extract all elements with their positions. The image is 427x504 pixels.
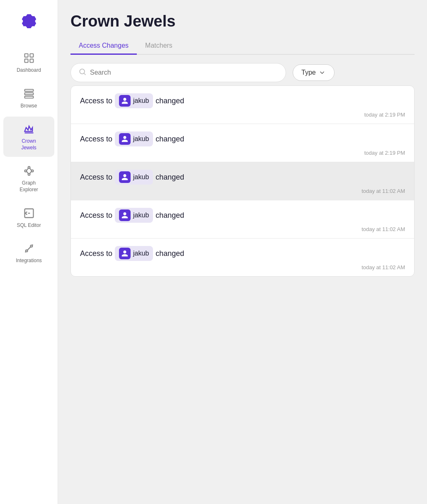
sidebar-item-crown-jewels[interactable]: Crown Jewels: [3, 117, 54, 157]
sidebar-item-integrations[interactable]: Integrations: [3, 236, 54, 270]
main-content: Crown Jewels Access Changes Matchers Typ…: [58, 0, 427, 504]
svg-point-8: [24, 170, 27, 172]
svg-point-23: [80, 69, 85, 74]
user-chip: jakub: [115, 208, 153, 223]
user-icon: [119, 133, 131, 145]
row-time: today at 11:02 AM: [80, 264, 405, 270]
search-input[interactable]: [90, 69, 278, 76]
tab-access-changes[interactable]: Access Changes: [70, 38, 137, 55]
user-icon: [119, 248, 131, 259]
row-time: today at 11:02 AM: [80, 188, 405, 194]
svg-rect-5: [24, 93, 33, 95]
sidebar-item-label: Dashboard: [17, 67, 41, 74]
integrations-icon: [22, 242, 36, 255]
row-suffix: changed: [155, 249, 184, 258]
search-filter-row: Type: [70, 63, 415, 82]
tabs: Access Changes Matchers: [70, 38, 415, 55]
row-content: Access to jakub changed: [80, 170, 405, 185]
svg-point-11: [28, 173, 30, 175]
sidebar-item-label: Integrations: [16, 258, 42, 264]
row-suffix: changed: [155, 97, 184, 105]
svg-line-20: [27, 247, 30, 250]
browse-icon: [22, 87, 36, 100]
row-prefix: Access to: [80, 249, 112, 258]
sidebar-item-label: SQL Editor: [17, 222, 41, 229]
row-time: today at 2:19 PM: [80, 150, 405, 156]
svg-rect-4: [24, 89, 33, 91]
svg-rect-1: [30, 54, 33, 57]
table-row[interactable]: Access to jakub changed today at 2:19 PM: [71, 86, 414, 124]
sidebar-item-label: Browse: [20, 103, 37, 110]
sidebar-item-sql-editor[interactable]: SQL Editor: [3, 201, 54, 235]
row-content: Access to jakub changed: [80, 131, 405, 146]
user-icon: [119, 209, 131, 221]
user-name: jakub: [133, 135, 149, 143]
table-row[interactable]: Access to jakub changed today at 2:19 PM: [71, 124, 414, 162]
user-name: jakub: [133, 173, 149, 181]
row-time: today at 2:19 PM: [80, 112, 405, 118]
row-content: Access to jakub changed: [80, 93, 405, 108]
svg-line-21: [25, 251, 26, 252]
graph-icon: [22, 164, 36, 178]
row-suffix: changed: [155, 135, 184, 144]
row-content: Access to jakub changed: [80, 246, 405, 261]
sidebar: Dashboard Browse Crown Jewels: [0, 0, 58, 504]
crown-icon: [22, 122, 36, 136]
gear-icon[interactable]: [16, 8, 42, 37]
user-chip: jakub: [115, 246, 153, 261]
user-chip: jakub: [115, 131, 153, 146]
svg-rect-0: [24, 54, 28, 57]
svg-line-12: [27, 169, 28, 171]
type-dropdown[interactable]: Type: [293, 64, 335, 81]
row-time: today at 11:02 AM: [80, 226, 405, 232]
sidebar-item-graph-explorer[interactable]: Graph Explorer: [3, 158, 54, 199]
table-row[interactable]: Access to jakub changed today at 11:02 A…: [71, 200, 414, 239]
access-rows-container: Access to jakub changed today at 2:19 PM…: [70, 85, 415, 277]
svg-point-10: [31, 170, 33, 172]
user-name: jakub: [133, 212, 149, 219]
sidebar-item-label: Graph Explorer: [19, 180, 38, 193]
svg-line-14: [30, 172, 32, 174]
page-title: Crown Jewels: [70, 12, 415, 30]
svg-line-24: [84, 73, 86, 75]
user-name: jakub: [133, 97, 149, 105]
row-prefix: Access to: [80, 173, 112, 182]
svg-point-9: [28, 167, 30, 169]
row-prefix: Access to: [80, 135, 112, 144]
row-prefix: Access to: [80, 97, 112, 105]
svg-line-22: [32, 245, 33, 246]
dashboard-icon: [22, 51, 36, 65]
sidebar-item-label: Crown Jewels: [21, 138, 36, 151]
tab-matchers[interactable]: Matchers: [137, 38, 181, 55]
user-chip: jakub: [115, 93, 153, 108]
svg-rect-3: [30, 59, 33, 62]
type-label: Type: [301, 69, 316, 76]
sidebar-item-browse[interactable]: Browse: [3, 81, 54, 115]
user-chip: jakub: [115, 170, 153, 185]
table-row[interactable]: Access to jakub changed today at 11:02 A…: [71, 162, 414, 200]
svg-line-13: [30, 169, 32, 171]
sql-icon: [22, 207, 36, 220]
svg-rect-6: [24, 96, 33, 98]
row-content: Access to jakub changed: [80, 208, 405, 223]
row-suffix: changed: [155, 211, 184, 220]
search-icon: [78, 68, 87, 78]
sidebar-item-dashboard[interactable]: Dashboard: [3, 46, 54, 80]
svg-line-15: [27, 172, 28, 174]
user-icon: [119, 95, 131, 107]
table-row[interactable]: Access to jakub changed today at 11:02 A…: [71, 239, 414, 276]
svg-rect-2: [24, 59, 28, 62]
search-box[interactable]: [70, 63, 286, 82]
chevron-down-icon: [318, 69, 326, 76]
user-name: jakub: [133, 250, 149, 257]
user-icon: [119, 171, 131, 183]
row-prefix: Access to: [80, 211, 112, 220]
row-suffix: changed: [155, 173, 184, 182]
